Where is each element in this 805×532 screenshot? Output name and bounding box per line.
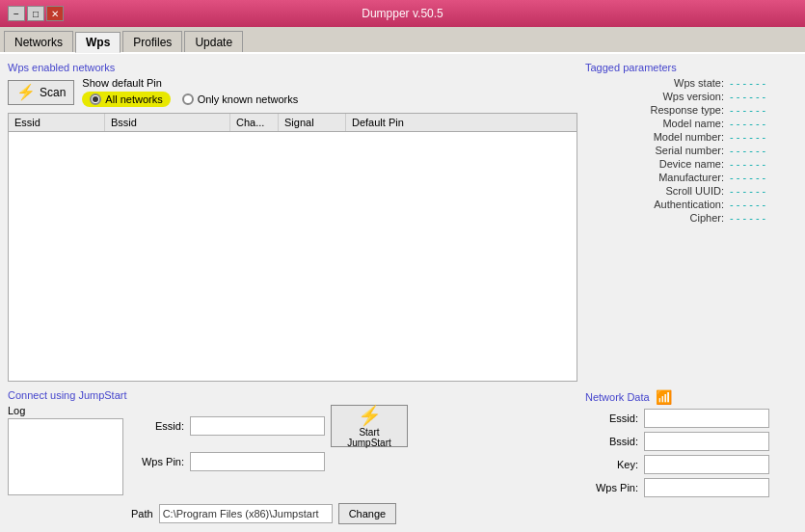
table-body [9, 132, 577, 381]
param-label-wps-version: Wps version: [662, 91, 724, 102]
wps-pin-row: Wps Pin: [131, 452, 577, 471]
nd-bssid-label: Bssid: [585, 436, 638, 447]
nd-bssid-row: Bssid: [585, 432, 797, 451]
start-label: Start [347, 427, 391, 438]
param-value-manufacturer: - - - - - - [730, 172, 797, 183]
network-data-header: Network Data 📶 [585, 389, 797, 405]
param-label-manufacturer: Manufacturer: [658, 172, 724, 183]
nd-wps-pin-label: Wps Pin: [585, 482, 638, 493]
nd-bssid-input[interactable] [644, 432, 769, 451]
param-value-serial-number: - - - - - - [730, 145, 797, 156]
param-value-model-number: - - - - - - [730, 131, 797, 143]
param-cipher: Cipher: - - - - - - [585, 212, 797, 224]
all-networks-radio[interactable]: All networks [82, 92, 170, 107]
col-channel: Cha... [230, 114, 279, 131]
jumpstart-icon: ⚡ [358, 404, 382, 427]
param-label-serial-number: Serial number: [655, 145, 724, 156]
tab-update[interactable]: Update [184, 31, 243, 52]
network-data-icon: 📶 [656, 389, 672, 405]
nd-essid-row: Essid: [585, 409, 797, 428]
col-essid: Essid [9, 114, 105, 131]
network-table: Essid Bssid Cha... Signal Default Pin [8, 113, 577, 382]
app-title: Dumpper v.50.5 [66, 7, 739, 20]
jumpstart-panel: Connect using JumpStart Log Essid: ⚡ [8, 389, 577, 524]
param-label-response-type: Response type: [651, 104, 724, 116]
tab-profiles[interactable]: Profiles [122, 31, 182, 52]
log-area: Log Essid: ⚡ Start JumpStart [8, 405, 577, 524]
tab-bar: Networks Wps Profiles Update [0, 27, 805, 54]
minimize-button[interactable]: − [8, 6, 25, 21]
main-content: Wps enabled networks ⚡ Scan Show default… [0, 54, 805, 532]
nd-essid-label: Essid: [585, 412, 638, 424]
nd-key-input[interactable] [644, 455, 769, 474]
param-wps-state: Wps state: - - - - - - [585, 77, 797, 89]
path-label: Path [131, 508, 153, 519]
known-networks-radio-circle [182, 93, 194, 105]
param-label-model-name: Model name: [662, 118, 724, 129]
table-header: Essid Bssid Cha... Signal Default Pin [9, 114, 577, 132]
param-serial-number: Serial number: - - - - - - [585, 145, 797, 156]
nd-wps-pin-row: Wps Pin: [585, 478, 797, 497]
param-response-type: Response type: - - - - - - [585, 104, 797, 116]
tab-networks[interactable]: Networks [4, 31, 73, 52]
param-model-number: Model number: - - - - - - [585, 131, 797, 143]
tagged-params-title: Tagged parameters [585, 62, 797, 73]
param-value-authentication: - - - - - - [730, 199, 797, 210]
jumpstart-title: Connect using JumpStart [8, 389, 577, 401]
param-scroll-uuid: Scroll UUID: - - - - - - [585, 185, 797, 197]
param-value-response-type: - - - - - - [730, 104, 797, 116]
param-authentication: Authentication: - - - - - - [585, 199, 797, 210]
show-default-pin-label: Show default Pin [82, 77, 298, 89]
param-label-authentication: Authentication: [654, 199, 724, 210]
param-label-cipher: Cipher: [690, 212, 724, 224]
param-model-name: Model name: - - - - - - [585, 118, 797, 129]
path-input[interactable] [159, 504, 333, 523]
path-row: Path Change [131, 503, 577, 524]
essid-input[interactable] [190, 416, 325, 436]
start-jumpstart-button[interactable]: ⚡ Start JumpStart [331, 405, 408, 447]
param-label-device-name: Device name: [659, 158, 724, 170]
param-value-model-name: - - - - - - [730, 118, 797, 129]
wps-enabled-title: Wps enabled networks [8, 62, 577, 73]
nd-key-label: Key: [585, 459, 638, 470]
param-wps-version: Wps version: - - - - - - [585, 91, 797, 102]
nd-essid-input[interactable] [644, 409, 769, 428]
right-panel: Tagged parameters Wps state: - - - - - -… [585, 62, 797, 382]
param-label-scroll-uuid: Scroll UUID: [665, 185, 724, 197]
jumpstart-form: Essid: ⚡ Start JumpStart Wps [131, 405, 577, 495]
title-bar: − □ ✕ Dumpper v.50.5 [0, 0, 805, 27]
param-label-wps-state: Wps state: [674, 77, 724, 89]
change-button[interactable]: Change [338, 503, 397, 524]
col-default-pin: Default Pin [346, 114, 577, 131]
network-data-title: Network Data [585, 391, 650, 403]
param-device-name: Device name: - - - - - - [585, 158, 797, 170]
network-data-panel: Network Data 📶 Essid: Bssid: Key: Wps Pi… [585, 389, 797, 524]
left-panel: Wps enabled networks ⚡ Scan Show default… [8, 62, 577, 382]
param-value-cipher: - - - - - - [730, 212, 797, 224]
scan-button[interactable]: ⚡ Scan [8, 80, 74, 105]
nd-wps-pin-input[interactable] [644, 478, 769, 497]
wps-pin-input[interactable] [190, 452, 325, 471]
param-value-device-name: - - - - - - [730, 158, 797, 170]
col-signal: Signal [279, 114, 346, 131]
known-networks-radio[interactable]: Only known networks [182, 93, 299, 105]
nd-key-row: Key: [585, 455, 797, 474]
col-bssid: Bssid [105, 114, 230, 131]
wps-controls: ⚡ Scan Show default Pin All networks Onl… [8, 77, 577, 107]
param-value-scroll-uuid: - - - - - - [730, 185, 797, 197]
essid-label: Essid: [131, 420, 184, 432]
tab-wps[interactable]: Wps [75, 32, 121, 53]
nd-form: Essid: Bssid: Key: Wps Pin: [585, 409, 797, 497]
lightning-icon: ⚡ [16, 83, 36, 101]
radio-group: All networks Only known networks [82, 92, 298, 107]
restore-button[interactable]: □ [27, 6, 44, 21]
close-button[interactable]: ✕ [46, 6, 64, 21]
log-box [8, 418, 123, 495]
log-label: Log [8, 405, 123, 416]
param-label-model-number: Model number: [654, 131, 724, 143]
param-value-wps-version: - - - - - - [730, 91, 797, 102]
param-manufacturer: Manufacturer: - - - - - - [585, 172, 797, 183]
wps-pin-label: Wps Pin: [131, 456, 184, 467]
jumpstart-label: JumpStart [347, 438, 391, 448]
essid-row: Essid: ⚡ Start JumpStart [131, 405, 577, 447]
